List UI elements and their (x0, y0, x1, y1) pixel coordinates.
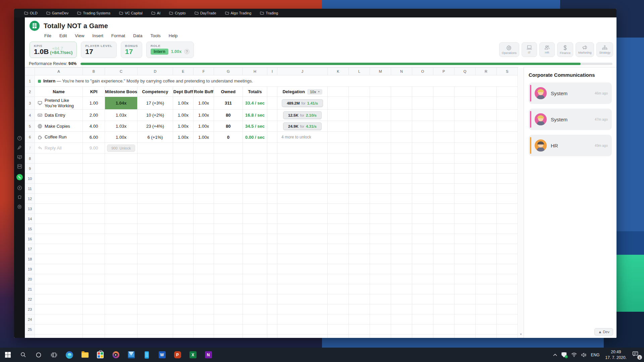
cell[interactable] (349, 174, 370, 184)
bookmark-folder[interactable]: GameDev (46, 11, 69, 15)
cell[interactable] (433, 324, 454, 335)
cell[interactable] (138, 224, 173, 234)
menu-item[interactable]: View (75, 33, 84, 38)
cell[interactable] (105, 174, 138, 184)
cell[interactable] (476, 234, 497, 244)
cell[interactable] (83, 224, 105, 234)
menu-item[interactable]: File (44, 33, 51, 38)
cell[interactable] (433, 234, 454, 244)
cell[interactable] (370, 121, 391, 132)
cell[interactable] (433, 284, 454, 294)
cell[interactable] (173, 234, 194, 244)
cell[interactable] (412, 121, 433, 132)
cell[interactable] (194, 284, 214, 294)
cell[interactable] (214, 164, 243, 174)
cell[interactable] (35, 314, 83, 324)
cell[interactable] (454, 304, 476, 314)
cell[interactable] (277, 274, 328, 284)
cell[interactable] (328, 324, 349, 335)
column-header[interactable]: B (83, 68, 105, 75)
cell[interactable] (83, 214, 105, 224)
cell[interactable] (328, 110, 349, 121)
history-icon[interactable] (17, 135, 22, 141)
cell[interactable] (497, 184, 518, 194)
cell[interactable] (349, 194, 370, 204)
cell[interactable] (349, 224, 370, 234)
cell[interactable] (83, 194, 105, 204)
bookmark-folder[interactable]: DayTrade (195, 11, 216, 15)
cell[interactable] (497, 254, 518, 264)
cell[interactable] (173, 335, 194, 338)
cell[interactable] (35, 294, 83, 304)
action-center-button[interactable]: 1 (632, 351, 642, 358)
cell[interactable] (370, 324, 391, 335)
cell[interactable] (391, 304, 412, 314)
cell[interactable] (328, 294, 349, 304)
cell[interactable] (412, 244, 433, 254)
cell[interactable] (194, 264, 214, 274)
cell[interactable] (214, 204, 243, 214)
cell[interactable] (194, 184, 214, 194)
cell[interactable] (349, 164, 370, 174)
row-header[interactable]: 14 (25, 214, 35, 224)
cell[interactable] (105, 324, 138, 335)
cell[interactable] (83, 164, 105, 174)
cell[interactable] (243, 174, 267, 184)
menu-item[interactable]: Insert (92, 33, 103, 38)
cell[interactable] (412, 294, 433, 304)
cell[interactable] (370, 254, 391, 264)
cell[interactable] (243, 234, 267, 244)
cell[interactable] (243, 164, 267, 174)
cell[interactable] (214, 174, 243, 184)
cell[interactable] (370, 274, 391, 284)
cell[interactable] (349, 314, 370, 324)
cell[interactable] (476, 194, 497, 204)
cell[interactable] (277, 294, 328, 304)
dev-button[interactable]: ▲ Dev (594, 328, 613, 336)
cell[interactable] (267, 304, 277, 314)
cell[interactable] (214, 284, 243, 294)
cell[interactable] (476, 164, 497, 174)
cell[interactable] (83, 274, 105, 284)
bookmark-folder[interactable]: Trading (260, 11, 278, 15)
header-owned[interactable]: Owned (214, 87, 243, 97)
cell[interactable] (194, 254, 214, 264)
cell[interactable] (370, 110, 391, 121)
boost-cell[interactable]: 1.03x (105, 121, 138, 132)
cell[interactable] (433, 143, 454, 154)
cell[interactable] (138, 154, 173, 164)
cell[interactable] (497, 314, 518, 324)
row-header[interactable]: 2 (25, 87, 35, 97)
cell[interactable] (412, 324, 433, 335)
defender-shield-icon[interactable]: ✓ (561, 352, 567, 358)
cell[interactable] (497, 143, 518, 154)
cell[interactable] (267, 121, 277, 132)
row-header[interactable]: 19 (25, 264, 35, 274)
cell[interactable] (349, 324, 370, 335)
record-icon[interactable] (17, 185, 22, 191)
cell[interactable] (433, 335, 454, 338)
cell[interactable] (433, 174, 454, 184)
cell[interactable] (476, 324, 497, 335)
cell[interactable] (370, 224, 391, 234)
cell[interactable] (267, 254, 277, 264)
cell[interactable] (83, 304, 105, 314)
row-header[interactable]: 4 (25, 110, 35, 121)
cell[interactable] (35, 274, 83, 284)
cell[interactable] (370, 164, 391, 174)
cell[interactable] (349, 110, 370, 121)
cell[interactable] (35, 254, 83, 264)
column-header[interactable]: P (433, 68, 454, 75)
cell[interactable] (454, 314, 476, 324)
cell[interactable] (476, 314, 497, 324)
cell[interactable] (267, 244, 277, 254)
cell[interactable] (370, 143, 391, 154)
menu-item[interactable]: Tools (150, 33, 160, 38)
cell[interactable] (433, 97, 454, 110)
cell[interactable] (497, 244, 518, 254)
cell[interactable] (277, 254, 328, 264)
cell[interactable] (349, 284, 370, 294)
row-header[interactable]: 26 (25, 335, 35, 338)
cell[interactable] (138, 174, 173, 184)
cell[interactable] (454, 294, 476, 304)
